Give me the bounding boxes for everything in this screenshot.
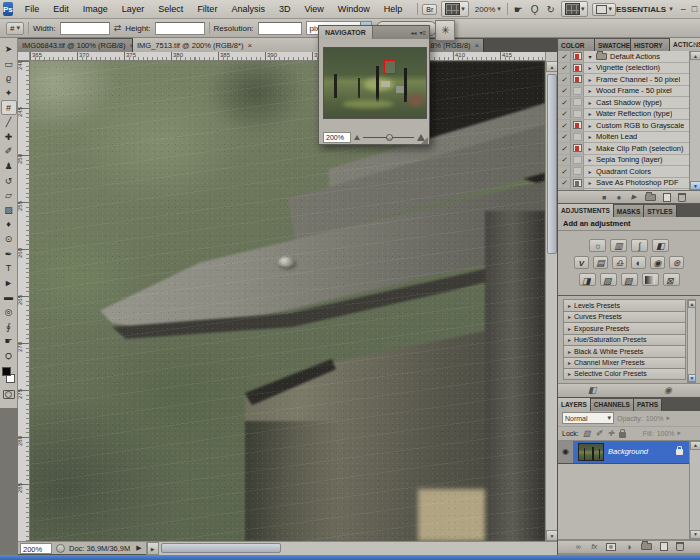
action-row[interactable]: Make Clip Path (selection) <box>558 143 689 155</box>
zoom-tool-icon[interactable]: Ǫ <box>529 4 541 15</box>
new-set-folder-icon[interactable] <box>645 194 656 201</box>
action-toggle-checkbox[interactable] <box>558 86 571 97</box>
type-tool[interactable]: T <box>1 261 17 276</box>
resize-grip[interactable] <box>421 137 428 144</box>
active-tool-badge[interactable]: #▾ <box>6 22 24 35</box>
marquee-tool[interactable]: ▭ <box>1 57 17 72</box>
channel-mixer-icon[interactable] <box>669 256 684 269</box>
scroll-down-icon[interactable]: ▼ <box>690 530 700 539</box>
lock-paint-icon[interactable] <box>594 429 604 438</box>
preset-group-row[interactable]: Hue/Saturation Presets <box>563 334 686 346</box>
action-toggle-checkbox[interactable] <box>558 178 571 189</box>
width-input[interactable] <box>60 22 110 35</box>
expand-triangle-icon[interactable] <box>584 168 596 175</box>
scroll-up-icon[interactable]: ▲ <box>690 51 700 60</box>
navigator-tab[interactable]: NAVIGATOR <box>319 26 373 39</box>
new-group-icon[interactable] <box>641 543 652 550</box>
panel-menu-icon[interactable]: ▾≡ <box>419 29 426 36</box>
expand-triangle-icon[interactable] <box>584 145 596 152</box>
hand-tool[interactable]: ☛ <box>1 334 17 349</box>
panel-tab[interactable]: CHANNELS <box>591 399 634 411</box>
zoom-out-icon[interactable] <box>354 135 360 140</box>
record-icon[interactable] <box>615 193 623 202</box>
delete-layer-icon[interactable] <box>676 542 684 551</box>
panel-tab[interactable]: SWATCHES <box>595 39 631 51</box>
pen-tool[interactable]: ✒ <box>1 246 17 261</box>
hue-saturation-icon[interactable] <box>593 256 608 269</box>
action-row[interactable]: Cast Shadow (type) <box>558 97 689 109</box>
layers-scrollbar[interactable]: ▲ ▼ <box>689 441 700 539</box>
status-menu-arrow-icon[interactable]: ▶ <box>136 544 141 552</box>
vibrance-icon[interactable] <box>574 256 589 269</box>
menu-item[interactable]: Filter <box>190 0 224 18</box>
scroll-down-icon[interactable]: ▼ <box>690 181 700 190</box>
layer-visibility-eye-icon[interactable] <box>558 441 574 463</box>
move-tool[interactable]: ➤ <box>1 42 17 57</box>
launch-bridge-button[interactable]: Br <box>422 4 437 15</box>
action-dialog-toggle[interactable] <box>571 155 584 166</box>
minimize-button[interactable]: – <box>681 4 686 14</box>
delete-icon[interactable] <box>678 193 686 202</box>
expand-triangle-icon[interactable] <box>584 99 596 106</box>
opacity-value[interactable]: 100% <box>646 415 664 422</box>
layer-name[interactable]: Background <box>608 447 676 456</box>
arrange-documents-button[interactable]: ▾ <box>561 1 589 17</box>
scroll-down-icon[interactable]: ▼ <box>688 374 696 382</box>
action-toggle-checkbox[interactable] <box>558 97 571 108</box>
brush-tool[interactable]: ✐ <box>1 144 17 159</box>
action-row[interactable]: Molten Lead <box>558 132 689 144</box>
action-row[interactable]: Gradient Map <box>558 189 689 191</box>
action-toggle-checkbox[interactable] <box>558 63 571 74</box>
navigator-zoom-field[interactable]: 200% <box>323 132 351 143</box>
action-row[interactable]: Sepia Toning (layer) <box>558 155 689 167</box>
clone-stamp-tool[interactable]: ♟ <box>1 159 17 174</box>
quick-selection-tool[interactable]: ✦ <box>1 86 17 101</box>
panel-tab[interactable]: STYLES <box>644 205 676 217</box>
posterize-icon[interactable] <box>600 273 617 286</box>
menu-item[interactable]: Image <box>76 0 115 18</box>
vertical-ruler[interactable]: 240245250255260265270275280285 <box>18 61 30 541</box>
lock-transparency-icon[interactable] <box>582 429 592 438</box>
expand-triangle-icon[interactable] <box>584 53 596 60</box>
lasso-tool[interactable]: ϱ <box>1 71 17 86</box>
gradient-map-icon[interactable] <box>642 273 659 286</box>
menu-item[interactable]: Edit <box>46 0 76 18</box>
panel-tab[interactable]: COLOR <box>558 39 595 51</box>
swap-dimensions-icon[interactable]: ⇄ <box>114 23 122 33</box>
view-extras-button[interactable]: ▾ <box>441 1 469 17</box>
blur-tool[interactable]: ♦ <box>1 217 17 232</box>
lock-all-icon[interactable] <box>618 429 628 438</box>
threshold-icon[interactable] <box>621 273 638 286</box>
scroll-up-icon[interactable]: ▲ <box>690 441 700 450</box>
expand-triangle-icon[interactable] <box>584 110 596 117</box>
black-white-icon[interactable] <box>631 256 646 269</box>
layer-thumbnail[interactable] <box>578 443 604 461</box>
new-adjustment-icon[interactable] <box>625 542 633 552</box>
rotate-3d-tool[interactable]: ◎ <box>1 305 17 320</box>
new-action-icon[interactable] <box>663 193 671 202</box>
menu-item[interactable]: Layer <box>115 0 152 18</box>
screen-mode-button[interactable]: ▾ <box>592 3 616 16</box>
play-icon[interactable] <box>630 193 638 201</box>
healing-brush-tool[interactable]: ✚ <box>1 130 17 145</box>
eyedropper-tool[interactable]: ╱ <box>1 115 17 130</box>
action-dialog-toggle[interactable] <box>571 143 584 154</box>
action-row[interactable]: Vignette (selection) <box>558 63 689 75</box>
expand-triangle-icon[interactable] <box>584 156 596 163</box>
action-dialog-toggle[interactable] <box>571 189 584 191</box>
action-dialog-toggle[interactable] <box>571 74 584 85</box>
actions-scrollbar[interactable]: ▲ ▼ <box>689 51 700 190</box>
layer-row-background[interactable]: Background <box>558 441 689 464</box>
action-dialog-toggle[interactable] <box>571 86 584 97</box>
action-toggle-checkbox[interactable] <box>558 51 571 62</box>
menu-item[interactable]: View <box>297 0 330 18</box>
add-mask-icon[interactable] <box>606 543 616 551</box>
navigator-view-box[interactable] <box>384 60 396 74</box>
switch-panel-icon[interactable] <box>588 385 597 395</box>
action-row[interactable]: Custom RGB to Grayscale <box>558 120 689 132</box>
panel-tab[interactable]: PATHS <box>634 399 662 411</box>
gear-icon[interactable]: ✳ <box>435 20 455 41</box>
preset-group-row[interactable]: Black & White Presets <box>563 345 686 357</box>
vertical-scrollbar[interactable]: ▲ ▼ <box>545 52 557 541</box>
workspace-switcher[interactable]: ESSENTIALS▾ <box>616 5 673 14</box>
